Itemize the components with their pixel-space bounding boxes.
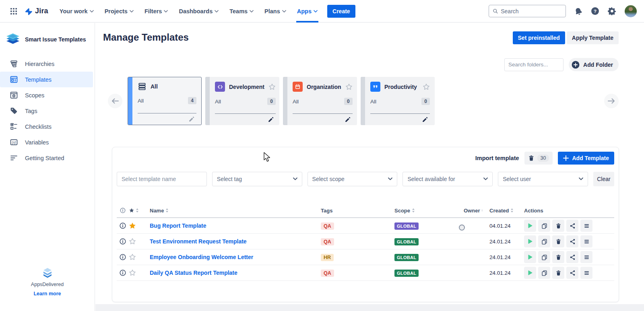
template-name-link[interactable]: Test Environment Request Template [150,238,247,245]
available-for-filter-select[interactable]: Select available for [402,172,493,186]
carousel-prev-button[interactable] [108,94,122,108]
run-template-button[interactable] [524,220,536,232]
info-icon[interactable] [120,222,126,229]
nav-item-teams[interactable]: Teams [229,0,254,23]
learn-more-link[interactable]: Learn more [33,291,61,297]
run-template-button[interactable] [524,267,536,279]
table-body: Bug Report Template QA GLOBAL 04.01.24 [117,218,614,281]
row-menu-button[interactable] [580,220,592,232]
delete-template-button[interactable] [552,235,564,247]
delete-template-button[interactable] [552,220,564,232]
row-menu-button[interactable] [580,267,592,279]
template-name-filter[interactable] [117,172,207,186]
clear-filters-button[interactable]: Clear [593,172,614,186]
favorite-star-icon[interactable] [129,253,136,261]
sidebar-item-hierarchies[interactable]: Hierarchies [0,56,93,72]
apply-template-button[interactable]: Apply Template [567,31,619,44]
hierarchies-icon [10,60,18,68]
panel-toolbar: Import template 30 Add Template [475,152,614,165]
nav-item-plans[interactable]: Plans [264,0,286,23]
sort-by-favorite[interactable] [129,208,143,213]
delete-template-button[interactable] [552,267,564,279]
nav-item-projects[interactable]: Projects [105,0,134,23]
add-folder-button[interactable]: Add Folder [569,58,619,71]
sidebar-item-variables[interactable]: (x) Variables [0,134,93,150]
import-template-button[interactable]: Import template [475,155,519,161]
global-search[interactable] [489,5,566,17]
help-icon[interactable]: ? [591,7,599,15]
share-template-button[interactable] [566,267,578,279]
copy-template-button[interactable] [538,235,550,247]
favorite-star-icon[interactable] [129,269,136,276]
favorite-star-icon[interactable] [129,238,136,245]
nav-item-dashboards[interactable]: Dashboards [179,0,219,23]
nav-items: Your work Projects Filters Dashboards Te… [60,0,318,23]
user-avatar[interactable] [625,5,637,17]
edit-pencil-icon[interactable] [422,116,428,123]
star-icon[interactable] [268,83,276,91]
sidebar-item-templates[interactable]: Templates [0,72,93,87]
nav-item-filters[interactable]: Filters [144,0,168,23]
folder-card-all[interactable]: All All 4 [128,77,202,125]
info-icon[interactable] [120,238,126,245]
share-template-button[interactable] [566,220,578,232]
sidebar-item-checklists[interactable]: Checklists [0,119,93,134]
edit-pencil-icon[interactable] [268,116,274,123]
app-switcher-icon[interactable] [7,5,20,18]
folder-card-organization[interactable]: Organization All 0 [283,77,357,125]
template-name-link[interactable]: Employee Onboarding Welcome Letter [150,254,253,260]
column-header-created[interactable]: Created [483,208,518,214]
copy-template-button[interactable] [538,220,550,232]
edit-pencil-icon[interactable] [345,116,351,123]
template-name-input[interactable] [122,176,202,182]
template-name-link[interactable]: Daily QA Status Report Template [150,270,237,276]
share-template-button[interactable] [566,235,578,247]
user-filter-value: Select user [503,176,579,182]
add-template-button[interactable]: Add Template [558,152,614,165]
search-input[interactable] [501,8,562,14]
copy-template-button[interactable] [538,267,550,279]
sidebar-item-label: Tags [25,108,37,114]
sort-arrows-icon [412,208,415,213]
nav-item-apps[interactable]: Apps [297,0,318,23]
folder-card-development[interactable]: Development All 0 [205,77,279,125]
edit-pencil-icon[interactable] [188,116,195,122]
info-icon[interactable] [120,254,126,260]
sidebar-item-tags[interactable]: Tags [0,103,93,119]
run-template-button[interactable] [524,235,536,247]
sidebar-item-scopes[interactable]: Scopes [0,87,93,103]
column-header-scope[interactable]: Scope [388,208,457,214]
settings-icon[interactable] [608,7,616,15]
carousel-next-button[interactable] [604,94,619,108]
row-menu-button[interactable] [580,235,592,247]
tag-filter-select[interactable]: Select tag [212,172,302,186]
jira-logo[interactable]: Jira [24,7,48,16]
user-filter-select[interactable]: Select user [498,172,588,186]
set-preinstalled-button[interactable]: Set preinstalled [513,31,565,44]
page-bottom-strip [95,304,644,311]
info-icon[interactable] [120,270,126,276]
scope-lozenge: GLOBAL [394,222,419,230]
column-header-name[interactable]: Name [143,208,314,214]
template-name-link[interactable]: Bug Report Template [150,222,206,229]
trash-bin-button[interactable]: 30 [524,152,553,165]
nav-item-your-work[interactable]: Your work [60,0,94,23]
share-template-button[interactable] [566,251,578,263]
row-menu-button[interactable] [580,251,592,263]
scope-filter-select[interactable]: Select scope [308,172,398,186]
column-header-owner[interactable]: Owner [457,208,483,214]
star-icon[interactable] [345,83,353,91]
copy-template-button[interactable] [538,251,550,263]
run-template-button[interactable] [524,251,536,263]
sort-arrows-icon [136,208,139,213]
sidebar-item-getting-started[interactable]: Getting Started [0,150,93,166]
favorite-star-icon[interactable] [129,222,136,229]
folder-card-productivity[interactable]: Productivity All 0 [361,77,435,125]
notifications-icon[interactable] [574,7,582,15]
folder-name: Organization [307,84,341,90]
folder-search-input[interactable] [504,58,564,71]
create-button[interactable]: Create [327,5,355,18]
star-icon[interactable] [423,83,430,91]
column-header-tags[interactable]: Tags [314,208,388,214]
delete-template-button[interactable] [552,251,564,263]
